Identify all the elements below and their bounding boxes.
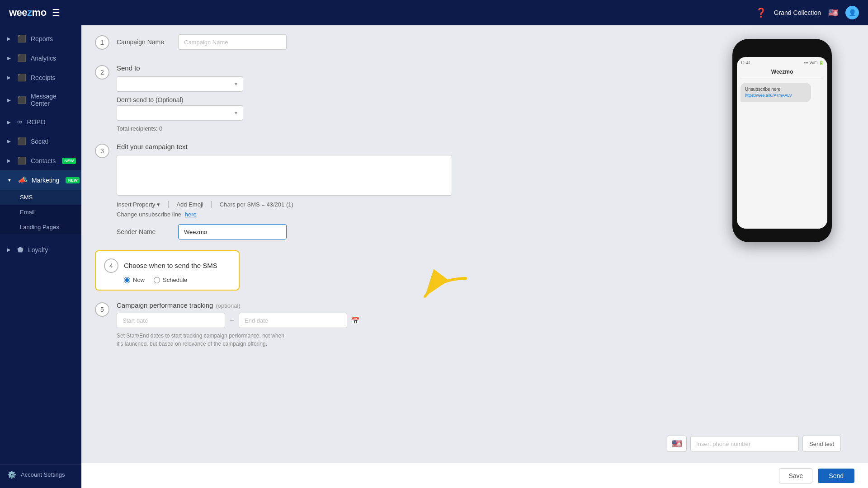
sidebar-label-analytics: Analytics [31, 55, 56, 62]
step-2-content: Send to ▾ Don't send to (Optional) ▾ Tot… [117, 64, 452, 132]
sidebar-sub-label-landing-pages: Landing Pages [20, 224, 59, 230]
content-area: 1 Campaign Name 2 Send to ▾ Don't send t [81, 25, 466, 368]
analytics-icon: ⬛ [17, 54, 26, 62]
dont-send-label: Don't send to (Optional) [117, 96, 452, 103]
chevron-right-icon: ▶ [7, 158, 11, 163]
sidebar-label-account-settings: Account Settings [21, 471, 65, 478]
phone-number-input[interactable] [690, 436, 799, 451]
total-recipients: Total recipients: 0 [117, 125, 452, 132]
end-date-input[interactable] [239, 313, 347, 328]
radio-schedule-input[interactable] [154, 277, 160, 283]
step-1-content: Campaign Name [117, 34, 452, 53]
sidebar-sub-item-sms[interactable]: SMS [0, 190, 81, 205]
hamburger-icon[interactable]: ☰ [52, 7, 60, 18]
perf-hint: Set Start/End dates to start tracking ca… [117, 332, 288, 348]
ropo-icon: ∞ [17, 118, 22, 126]
sidebar-label-message-center: Message Center [31, 93, 74, 107]
marketing-new-badge: NEW [66, 177, 80, 183]
top-nav: weezmo ☰ ❓ Grand Collection 🇺🇸 👤 [0, 0, 868, 25]
sidebar-item-analytics[interactable]: ▶ ⬛ Analytics [0, 48, 81, 68]
radio-now-label: Now [133, 277, 145, 283]
calendar-icon[interactable]: 📅 [351, 316, 360, 325]
insert-property-btn[interactable]: Insert Property ▾ [117, 201, 160, 208]
sidebar-sub-item-email[interactable]: Email [0, 205, 81, 220]
add-emoji-btn[interactable]: Add Emoji [176, 201, 203, 208]
sidebar-item-receipts[interactable]: ▶ ⬛ Receipts [0, 68, 81, 87]
sidebar-marketing-sub: SMS Email Landing Pages [0, 190, 81, 235]
step-5-content: Campaign performance tracking (optional)… [117, 301, 452, 348]
radio-schedule[interactable]: Schedule [154, 277, 187, 283]
sidebar-label-reports: Reports [31, 35, 53, 42]
step-5: 5 Campaign performance tracking (optiona… [95, 301, 452, 348]
radio-now-input[interactable] [124, 277, 130, 283]
sidebar-item-reports[interactable]: ▶ ⬛ Reports [0, 29, 81, 48]
step-3-content: Edit your campaign text Insert Property … [117, 143, 452, 239]
reports-icon: ⬛ [17, 34, 26, 43]
chevron-right-icon: ▶ [7, 247, 11, 252]
send-to-select[interactable]: ▾ [117, 76, 243, 92]
sidebar-label-loyalty: Loyalty [28, 246, 48, 253]
phone-time: 11:41 [741, 61, 751, 65]
chevron-down-icon: ▾ [235, 81, 237, 87]
radio-now[interactable]: Now [124, 277, 145, 283]
step-1-number: 1 [95, 35, 109, 50]
start-date-input[interactable] [117, 313, 225, 328]
message-center-icon: ⬛ [17, 96, 26, 104]
step-1: 1 Campaign Name [95, 34, 452, 53]
chevron-right-icon: ▶ [7, 56, 11, 61]
logo: weezmo ☰ [9, 7, 60, 19]
phone-screen: 11:41 ▪▪▪ WiFi 🔋 Weezmo Unsubscribe here… [737, 57, 827, 229]
campaign-name-label: Campaign Name [117, 38, 171, 46]
receipts-icon: ⬛ [17, 73, 26, 82]
sender-name-input[interactable] [178, 224, 287, 239]
campaign-name-row: Campaign Name [117, 34, 452, 50]
help-icon[interactable]: ❓ [755, 7, 767, 18]
sidebar-label-contacts: Contacts [31, 157, 56, 164]
sidebar-item-message-center[interactable]: ▶ ⬛ Message Center [0, 87, 81, 113]
sender-name-row: Sender Name [117, 224, 452, 239]
sidebar-label-receipts: Receipts [31, 74, 55, 81]
step-4: 4 Choose when to send the SMS Now Schedu… [95, 250, 452, 291]
phone-header: Weezmo [741, 67, 824, 79]
chevron-down-icon: ▾ [157, 201, 160, 208]
arrow-icon: → [229, 317, 235, 324]
step-4-number: 4 [104, 258, 118, 273]
here-link[interactable]: here [185, 211, 197, 218]
step-5-number: 5 [95, 302, 109, 317]
logo-text: weezmo [9, 7, 47, 19]
phone-frame: 11:41 ▪▪▪ WiFi 🔋 Weezmo Unsubscribe here… [732, 39, 832, 242]
signal-icon: ▪▪▪ WiFi 🔋 [804, 61, 824, 65]
date-range-row: → 📅 [117, 313, 452, 328]
sidebar-sub-item-landing-pages[interactable]: Landing Pages [0, 220, 81, 235]
sidebar-item-social[interactable]: ▶ ⬛ Social [0, 131, 81, 151]
sms-bubble: Unsubscribe here: https://wee.ai/u/P7mAA… [741, 83, 811, 102]
dont-send-select[interactable]: ▾ [117, 105, 243, 121]
sidebar-item-contacts[interactable]: ▶ ⬛ Contacts NEW [0, 151, 81, 170]
campaign-name-input[interactable] [178, 34, 287, 50]
marketing-icon: 📣 [18, 176, 27, 184]
chars-per-sms: Chars per SMS = 43/201 (1) [220, 201, 293, 208]
main-content: 1 Campaign Name 2 Send to ▾ Don't send t [81, 25, 868, 488]
sidebar-item-account-settings[interactable]: ⚙️ Account Settings [0, 465, 81, 484]
sender-name-label: Sender Name [117, 228, 171, 235]
gear-icon: ⚙️ [7, 470, 16, 479]
step-3-label: Edit your campaign text [117, 143, 452, 150]
sidebar: ▶ ⬛ Reports ▶ ⬛ Analytics ▶ ⬛ Receipts ▶… [0, 25, 81, 488]
sidebar-sub-label-email: Email [20, 209, 35, 216]
avatar[interactable]: 👤 [845, 6, 859, 19]
org-name: Grand Collection [774, 9, 821, 16]
chevron-right-icon: ▶ [7, 98, 11, 103]
save-button[interactable]: Save [779, 468, 812, 483]
send-button[interactable]: Send [818, 469, 854, 483]
sidebar-item-ropo[interactable]: ▶ ∞ ROPO [0, 113, 81, 131]
step-4-label: Choose when to send the SMS [124, 262, 217, 269]
country-flag-btn[interactable]: 🇺🇸 [667, 436, 687, 452]
contacts-icon: ⬛ [17, 156, 26, 165]
sidebar-item-marketing[interactable]: ▼ 📣 Marketing NEW [0, 170, 81, 190]
sidebar-sub-label-sms: SMS [20, 194, 33, 201]
chevron-right-icon: ▶ [7, 75, 11, 80]
sidebar-item-loyalty[interactable]: ▶ ⬟ Loyalty [0, 240, 81, 259]
send-test-button[interactable]: Send test [802, 436, 841, 452]
sms-text: Unsubscribe here: [745, 86, 807, 93]
campaign-text-input[interactable] [117, 155, 452, 196]
